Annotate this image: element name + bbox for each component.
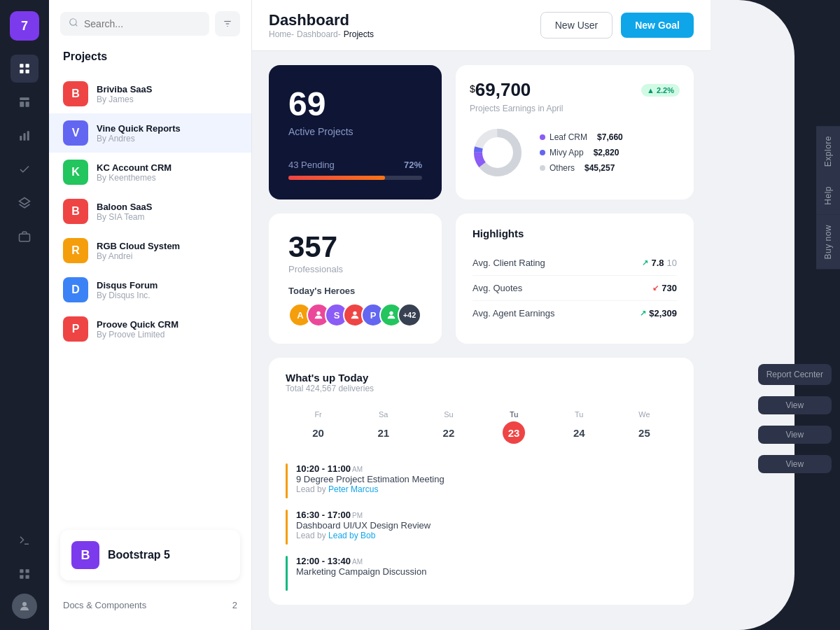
legend-value-leaf: $7,660	[597, 132, 623, 142]
nav-avatar[interactable]: 7	[10, 11, 39, 41]
cal-day-20[interactable]: Fr 20	[286, 405, 351, 449]
cal-day-name-24: Tu	[575, 410, 583, 419]
svg-rect-9	[27, 131, 29, 141]
project-info-vine: Vine Quick Reports By Andres	[97, 123, 181, 144]
project-item-baloon[interactable]: B Baloon SaaS By SIA Team	[49, 192, 251, 231]
view-button-1[interactable]: View	[758, 396, 832, 414]
active-label: Active Projects	[288, 126, 422, 137]
legend-item-leaf: Leaf CRM $7,660	[540, 132, 623, 142]
new-user-button[interactable]: New User	[540, 12, 612, 38]
right-tab-explore[interactable]: Explore	[816, 126, 840, 176]
docs-label: Docs & Components	[63, 600, 146, 610]
nav-icon-layers[interactable]	[10, 189, 38, 217]
cal-day-21[interactable]: Sa 21	[351, 405, 416, 449]
project-icon-kc: K	[63, 160, 88, 185]
report-center-button[interactable]: Report Cecnter	[758, 364, 832, 385]
nav-bar: 7	[0, 0, 49, 630]
header: Dashboard Home- Dashboard- Projects New …	[252, 0, 710, 51]
stats-label: Professionals	[288, 264, 422, 274]
content: 69 Active Projects 43 Pending 72% $69,7	[252, 51, 710, 630]
legend-value-mivy: $2,820	[594, 148, 620, 158]
nav-icon-terminal[interactable]	[10, 526, 38, 554]
cal-day-23[interactable]: Tu 23	[482, 405, 547, 449]
new-goal-button[interactable]: New Goal	[621, 13, 694, 38]
donut-chart	[470, 125, 526, 181]
project-item-disqus[interactable]: D Disqus Forum By Disqus Inc.	[49, 270, 251, 309]
project-item-briviba[interactable]: B Briviba SaaS By James	[49, 74, 251, 113]
nav-icon-grid2[interactable]	[10, 560, 38, 588]
project-name-proove: Proove Quick CRM	[97, 319, 178, 330]
earnings-value: 69,700	[475, 79, 531, 100]
filter-button[interactable]	[215, 11, 240, 36]
project-name-rgb: RGB Cloud System	[97, 241, 180, 251]
view-button-2[interactable]: View	[758, 426, 832, 444]
cal-day-22[interactable]: Su 22	[416, 405, 481, 449]
svg-point-18	[70, 19, 76, 25]
legend-label-others: Others	[550, 163, 575, 173]
earnings-legend: Leaf CRM $7,660 Mivy App $2,820 Others $…	[540, 132, 623, 173]
cal-day-name-22: Su	[444, 410, 453, 419]
svg-rect-15	[20, 575, 23, 579]
event-time-2: 16:30 - 17:00PM	[296, 510, 677, 520]
svg-point-17	[22, 602, 27, 606]
svg-point-28	[353, 312, 356, 315]
event-time-3: 12:00 - 13:40AM	[296, 556, 677, 566]
project-author-briviba: By James	[97, 94, 153, 104]
svg-rect-3	[26, 70, 29, 74]
nav-icon-briefcase[interactable]	[10, 223, 38, 251]
nav-icon-layout[interactable]	[10, 88, 38, 116]
right-tab-buy[interactable]: Buy now	[816, 215, 840, 270]
today-subtitle: Total 424,567 deliveries	[286, 384, 677, 393]
svg-rect-16	[26, 575, 29, 579]
nav-icon-check[interactable]	[10, 155, 38, 183]
cal-day-num-25: 25	[633, 421, 655, 444]
breadcrumb-home: Home-	[269, 29, 294, 39]
heroes-label: Today's Heroes	[288, 286, 422, 296]
nav-icon-home[interactable]	[10, 55, 38, 83]
user-avatar[interactable]	[12, 594, 37, 619]
project-item-proove[interactable]: P Proove Quick CRM By Proove Limited	[49, 309, 251, 349]
highlight-key-2: Avg. Quotes	[472, 283, 522, 293]
cal-day-name-21: Sa	[379, 410, 388, 419]
search-input[interactable]	[84, 18, 201, 29]
project-item-vine[interactable]: V Vine Quick Reports By Andres	[49, 113, 251, 153]
sidebar-docs[interactable]: Docs & Components 2	[49, 592, 251, 619]
right-actions: Report Cecnter View View View	[758, 364, 832, 473]
progress-fill	[288, 176, 385, 180]
event-lead-link-1[interactable]: Peter Marcus	[328, 484, 378, 494]
search-box	[60, 12, 209, 36]
today-card: What's up Today Total 424,567 deliveries…	[269, 358, 694, 605]
avatar-more: +42	[398, 303, 421, 327]
event-lead-1: Lead by Peter Marcus	[296, 484, 677, 494]
project-item-kc[interactable]: K KC Account CRM By Keenthemes	[49, 153, 251, 192]
header-actions: New User New Goal	[540, 12, 694, 38]
event-bar-3	[286, 556, 288, 591]
header-left: Dashboard Home- Dashboard- Projects	[269, 11, 374, 39]
bootstrap-banner[interactable]: B Bootstrap 5	[60, 530, 240, 580]
highlights-card: Highlights Avg. Client Rating ↗ 7.8 10 A…	[456, 214, 694, 344]
cal-day-25[interactable]: We 25	[612, 405, 677, 449]
pending-row: 43 Pending 72%	[288, 160, 422, 170]
right-tab-help[interactable]: Help	[816, 176, 840, 215]
project-icon-proove: P	[63, 316, 88, 342]
cal-day-num-22: 22	[438, 421, 460, 444]
event-content-3: 12:00 - 13:40AM Marketing Campaign Discu…	[296, 556, 677, 577]
event-name-1: 9 Degree Project Estimation Meeting	[296, 474, 677, 484]
project-author-kc: By Keenthemes	[97, 173, 172, 183]
legend-label-leaf: Leaf CRM	[550, 132, 587, 142]
legend-dot-mivy	[540, 150, 545, 155]
project-item-rgb[interactable]: R RGB Cloud System By Andrei	[49, 231, 251, 270]
project-list: B Briviba SaaS By James V Vine Quick Rep…	[49, 74, 251, 519]
cal-day-24[interactable]: Tu 24	[547, 405, 612, 449]
project-name-baloon: Baloon SaaS	[97, 202, 152, 212]
view-button-3[interactable]: View	[758, 455, 832, 473]
stats-number: 357	[288, 230, 422, 264]
svg-rect-1	[26, 64, 29, 67]
earnings-subtitle: Projects Earnings in April	[470, 104, 680, 113]
pending-label: 43 Pending	[288, 160, 335, 170]
project-icon-briviba: B	[63, 81, 88, 106]
event-lead-link-2[interactable]: Lead by Bob	[328, 531, 375, 540]
svg-rect-0	[20, 64, 23, 67]
main: Dashboard Home- Dashboard- Projects New …	[252, 0, 710, 630]
nav-icon-chart[interactable]	[10, 122, 38, 150]
